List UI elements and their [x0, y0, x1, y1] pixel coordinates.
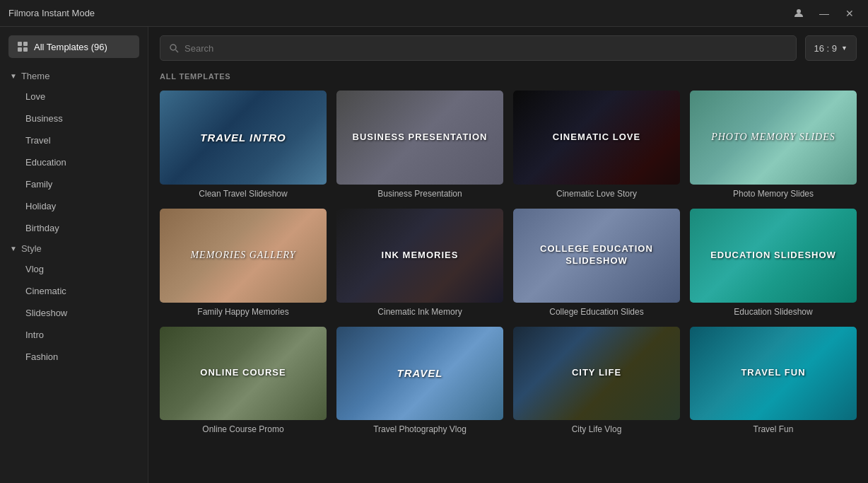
template-overlay-college-edu: COLLEGE EDUCATION SLIDESHOW	[513, 209, 680, 303]
template-name-edu-slideshow: Education Slideshow	[690, 307, 857, 317]
template-thumb-travel-fun: TRAVEL FUN	[690, 327, 857, 421]
sidebar: All Templates (96) ▼ Theme Love Business…	[0, 27, 148, 483]
template-overlay-photo-memory: Photo Memory Slides	[690, 91, 857, 185]
template-overlay-text-business-pres: BUSINESS PRESENTATION	[353, 132, 488, 144]
search-bar: 16 : 9 ▼	[148, 27, 868, 69]
template-overlay-text-travel-photo: Travel	[397, 366, 443, 380]
template-overlay-text-city-life: CITY LIFE	[572, 367, 621, 379]
svg-point-0	[797, 9, 801, 13]
template-card-clean-travel[interactable]: TRAVEL INTROClean Travel Slideshow	[160, 91, 327, 199]
templates-grid: TRAVEL INTROClean Travel SlideshowBUSINE…	[160, 91, 857, 434]
user-icon-button[interactable]	[789, 4, 809, 23]
template-card-travel-fun[interactable]: TRAVEL FUNTravel Fun	[690, 327, 857, 435]
template-name-photo-memory: Photo Memory Slides	[690, 189, 857, 199]
template-overlay-text-college-edu: COLLEGE EDUCATION SLIDESHOW	[519, 243, 674, 267]
template-overlay-text-travel-fun: TRAVEL FUN	[741, 367, 805, 379]
template-overlay-family-happy: Memories Gallery	[160, 209, 327, 303]
template-thumb-photo-memory: Photo Memory Slides	[690, 91, 857, 185]
template-name-cinematic-love: Cinematic Love Story	[513, 189, 680, 199]
sidebar-item-family[interactable]: Family	[6, 174, 142, 194]
template-card-photo-memory[interactable]: Photo Memory SlidesPhoto Memory Slides	[690, 91, 857, 199]
template-name-online-course: Online Course Promo	[160, 424, 327, 434]
template-card-online-course[interactable]: ONLINE COURSEOnline Course Promo	[160, 327, 327, 435]
sidebar-item-travel[interactable]: Travel	[6, 130, 142, 151]
template-name-college-edu: College Education Slides	[513, 307, 680, 317]
svg-rect-4	[23, 47, 28, 52]
template-overlay-cinematic-ink: INK MEMORIES	[336, 209, 503, 303]
section-label: ALL TEMPLATES	[160, 72, 857, 81]
template-card-travel-photo[interactable]: TravelTravel Photography Vlog	[336, 327, 503, 435]
template-name-clean-travel: Clean Travel Slideshow	[160, 189, 327, 199]
all-templates-label: All Templates (96)	[34, 42, 107, 52]
search-input[interactable]	[184, 43, 787, 54]
svg-rect-1	[18, 42, 22, 46]
template-name-travel-photo: Travel Photography Vlog	[336, 424, 503, 434]
template-thumb-business-pres: BUSINESS PRESENTATION	[336, 91, 503, 185]
template-card-college-edu[interactable]: COLLEGE EDUCATION SLIDESHOWCollege Educa…	[513, 209, 680, 317]
template-name-family-happy: Family Happy Memories	[160, 307, 327, 317]
sidebar-item-intro[interactable]: Intro	[6, 325, 142, 345]
template-thumb-travel-photo: Travel	[336, 327, 503, 421]
aspect-ratio-dropdown[interactable]: 16 : 9 ▼	[805, 35, 857, 61]
window-controls: — ✕	[789, 4, 860, 23]
style-section-header[interactable]: ▼ Style	[0, 239, 148, 258]
template-thumb-city-life: CITY LIFE	[513, 327, 680, 421]
main-layout: All Templates (96) ▼ Theme Love Business…	[0, 27, 868, 483]
sidebar-item-fashion[interactable]: Fashion	[6, 347, 142, 367]
template-card-business-pres[interactable]: BUSINESS PRESENTATIONBusiness Presentati…	[336, 91, 503, 199]
template-overlay-text-edu-slideshow: Education Slideshow	[710, 250, 836, 262]
template-overlay-text-clean-travel: TRAVEL INTRO	[200, 131, 286, 145]
template-card-edu-slideshow[interactable]: Education SlideshowEducation Slideshow	[690, 209, 857, 317]
sidebar-item-vlog[interactable]: Vlog	[6, 259, 142, 279]
svg-line-6	[176, 50, 179, 53]
template-overlay-text-online-course: ONLINE COURSE	[200, 367, 286, 379]
template-overlay-text-family-happy: Memories Gallery	[190, 249, 295, 262]
all-templates-button[interactable]: All Templates (96)	[8, 35, 139, 58]
template-overlay-text-photo-memory: Photo Memory Slides	[711, 131, 835, 144]
template-name-city-life: City Life Vlog	[513, 424, 680, 434]
template-overlay-online-course: ONLINE COURSE	[160, 327, 327, 421]
template-name-business-pres: Business Presentation	[336, 189, 503, 199]
template-card-family-happy[interactable]: Memories GalleryFamily Happy Memories	[160, 209, 327, 317]
template-overlay-edu-slideshow: Education Slideshow	[690, 209, 857, 303]
template-thumb-college-edu: COLLEGE EDUCATION SLIDESHOW	[513, 209, 680, 303]
sidebar-item-slideshow[interactable]: Slideshow	[6, 303, 142, 323]
theme-label: Theme	[21, 71, 49, 81]
svg-rect-3	[18, 47, 22, 52]
template-thumb-cinematic-love: CINEMATIC LOVE	[513, 91, 680, 185]
template-thumb-clean-travel: TRAVEL INTRO	[160, 91, 327, 185]
titlebar: Filmora Instant Mode — ✕	[0, 0, 868, 27]
template-thumb-cinematic-ink: INK MEMORIES	[336, 209, 503, 303]
close-button[interactable]: ✕	[840, 4, 860, 23]
style-label: Style	[21, 243, 42, 254]
search-input-wrapper[interactable]	[160, 35, 797, 61]
template-overlay-text-cinematic-love: CINEMATIC LOVE	[553, 132, 640, 144]
template-name-cinematic-ink: Cinematic Ink Memory	[336, 307, 503, 317]
sidebar-item-education[interactable]: Education	[6, 152, 142, 173]
app-title: Filmora Instant Mode	[8, 8, 95, 18]
search-icon	[169, 43, 179, 53]
sidebar-item-holiday[interactable]: Holiday	[6, 196, 142, 216]
template-overlay-travel-photo: Travel	[336, 327, 503, 421]
chevron-down-icon: ▼	[10, 72, 17, 80]
theme-section-header[interactable]: ▼ Theme	[0, 66, 148, 86]
sidebar-item-birthday[interactable]: Birthday	[6, 218, 142, 238]
template-card-cinematic-love[interactable]: CINEMATIC LOVECinematic Love Story	[513, 91, 680, 199]
template-card-city-life[interactable]: CITY LIFECity Life Vlog	[513, 327, 680, 435]
sidebar-item-love[interactable]: Love	[6, 86, 142, 107]
sidebar-item-business[interactable]: Business	[6, 108, 142, 129]
template-card-cinematic-ink[interactable]: INK MEMORIESCinematic Ink Memory	[336, 209, 503, 317]
grid-icon	[17, 41, 28, 52]
aspect-ratio-label: 16 : 9	[814, 43, 838, 54]
svg-rect-2	[23, 42, 28, 46]
template-overlay-cinematic-love: CINEMATIC LOVE	[513, 91, 680, 185]
minimize-button[interactable]: —	[814, 4, 834, 23]
chevron-down-icon-3: ▼	[841, 45, 848, 52]
template-thumb-edu-slideshow: Education Slideshow	[690, 209, 857, 303]
template-overlay-city-life: CITY LIFE	[513, 327, 680, 421]
content-area: 16 : 9 ▼ ALL TEMPLATES TRAVEL INTROClean…	[148, 27, 868, 483]
chevron-down-icon-2: ▼	[10, 245, 17, 252]
template-overlay-text-cinematic-ink: INK MEMORIES	[382, 250, 459, 262]
template-thumb-online-course: ONLINE COURSE	[160, 327, 327, 421]
sidebar-item-cinematic[interactable]: Cinematic	[6, 281, 142, 301]
